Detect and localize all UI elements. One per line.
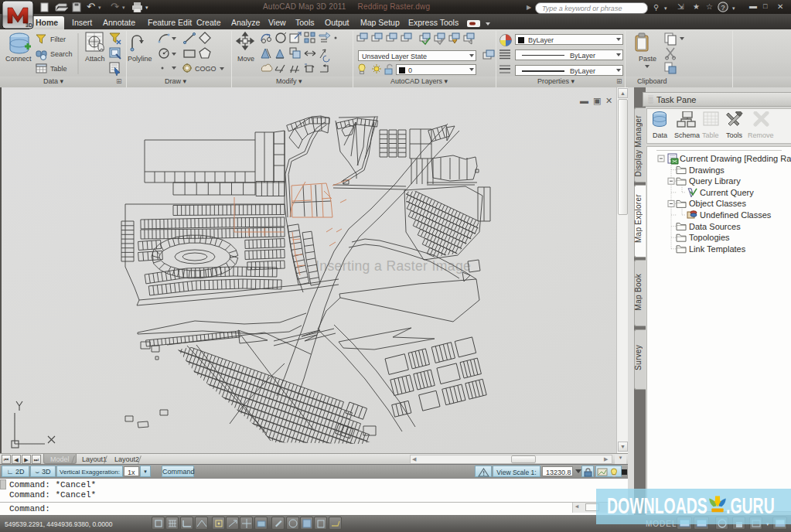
svg-text:Link Templates: Link Templates xyxy=(689,244,746,254)
svg-text:Current Query: Current Query xyxy=(700,188,754,197)
svg-text:Topologies: Topologies xyxy=(689,233,730,242)
svg-text:Drawings: Drawings xyxy=(689,165,725,175)
svg-text:Data Sources: Data Sources xyxy=(689,222,741,231)
svg-text:Undefined Classes: Undefined Classes xyxy=(700,210,772,220)
svg-text:Object Classes: Object Classes xyxy=(689,199,746,208)
svg-text:?: ? xyxy=(721,4,725,12)
svg-text:Current Drawing [Redding Rast: Current Drawing [Redding Rast xyxy=(680,154,791,163)
svg-text:Query Library: Query Library xyxy=(689,176,741,186)
svg-text:3D: 3D xyxy=(26,22,32,28)
